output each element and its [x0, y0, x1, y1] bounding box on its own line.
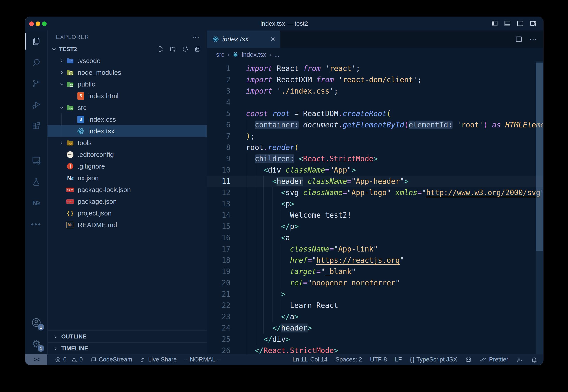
tree-item-readme[interactable]: M↓ README.md [48, 219, 207, 231]
toggle-secondary-sidebar-icon[interactable] [517, 20, 524, 27]
code-line[interactable]: 18 href="https://reactjs.org" [207, 255, 543, 266]
activity-more-icon[interactable]: ••• [25, 214, 47, 235]
code-line[interactable]: 11 <header className="App-header"> [207, 176, 543, 187]
tree-item-package-json[interactable]: npm package.json [48, 196, 207, 207]
html-file-icon: 5 [77, 92, 85, 100]
accounts-icon[interactable]: 1 [25, 312, 47, 333]
tree-item-gitignore[interactable]: .gitignore [48, 160, 207, 172]
toggle-panel-icon[interactable] [504, 20, 511, 27]
cursor-position-status[interactable]: Ln 11, Col 14 [292, 356, 328, 363]
line-content: </p> [231, 221, 543, 232]
code-line[interactable]: 5const root = ReactDOM.createRoot( [207, 108, 543, 119]
code-line[interactable]: 25 </div> [207, 334, 543, 345]
code-line[interactable]: 17 className="App-link" [207, 243, 543, 255]
file-name: .gitignore [78, 163, 105, 170]
code-line[interactable]: 6 container: document.getElementById(ele… [207, 119, 543, 130]
code-line[interactable]: 9 children: <React.StrictMode> [207, 153, 543, 164]
notifications-bell-icon[interactable] [531, 356, 538, 363]
close-tab-icon[interactable]: ✕ [270, 36, 275, 43]
react-icon [212, 36, 219, 43]
refresh-icon[interactable] [182, 46, 189, 52]
new-file-icon[interactable] [157, 46, 164, 52]
outline-section-header[interactable]: OUTLINE [48, 331, 207, 342]
indentation-status[interactable]: Spaces: 2 [335, 356, 362, 363]
line-number: 24 [207, 322, 231, 334]
tree-item-nx-json[interactable]: N≥ nx.json [48, 172, 207, 184]
editor-scrollbar[interactable] [536, 61, 543, 354]
timeline-section-header[interactable]: TIMELINE [48, 342, 207, 354]
title-bar[interactable]: index.tsx — test2 [25, 17, 543, 31]
breadcrumb-folder[interactable]: src [216, 51, 224, 58]
problems-status[interactable]: 0 0 [55, 356, 83, 363]
tree-item-src[interactable]: </> src [48, 102, 207, 113]
code-line[interactable]: 23 </a> [207, 311, 543, 322]
file-tree: .vscode JS node_modules public 5 index.h… [48, 55, 207, 231]
breadcrumb-file[interactable]: index.tsx [242, 51, 266, 58]
tab-label: index.tsx [222, 35, 248, 43]
code-line[interactable]: 3import './index.css'; [207, 85, 543, 97]
code-line[interactable]: 21 > [207, 288, 543, 300]
tree-item-editorconfig[interactable]: .editorconfig [48, 149, 207, 160]
activity-testing-icon[interactable] [25, 171, 47, 193]
workspace-section-header[interactable]: TEST2 [48, 43, 207, 55]
collapse-folders-icon[interactable] [194, 46, 201, 52]
vim-mode-status[interactable]: -- NORMAL -- [184, 356, 221, 363]
extension-face-icon[interactable] [465, 356, 472, 363]
tree-item-project-json[interactable]: { } project.json [48, 207, 207, 219]
code-line[interactable]: 14 Welcome test2! [207, 210, 543, 221]
code-line[interactable]: 7); [207, 130, 543, 142]
code-line[interactable]: 2import ReactDOM from 'react-dom/client'… [207, 74, 543, 85]
code-line[interactable]: 12 <svg className="App-logo" xmlns="http… [207, 187, 543, 198]
editor-group: index.tsx ✕ ⋯ src › index.tsx › ... 1imp… [207, 30, 543, 354]
code-line[interactable]: 15 </p> [207, 221, 543, 232]
tree-item-index-tsx[interactable]: index.tsx [48, 125, 207, 137]
code-line[interactable]: 10 <div className="App"> [207, 164, 543, 176]
breadcrumb-separator: › [227, 51, 229, 58]
activity-explorer-icon[interactable] [25, 30, 47, 52]
tree-item-index-css[interactable]: 3 index.css [48, 113, 207, 125]
code-line[interactable]: 20 rel="noopener noreferrer" [207, 277, 543, 288]
editor-more-actions-icon[interactable]: ⋯ [529, 35, 537, 44]
codestream-status[interactable]: CodeStream [90, 356, 132, 363]
activity-search-icon[interactable] [25, 52, 47, 73]
toggle-primary-sidebar-icon[interactable] [491, 20, 498, 27]
split-editor-icon[interactable] [515, 36, 522, 43]
code-line[interactable]: 13 <p> [207, 198, 543, 210]
tab-index-tsx[interactable]: index.tsx ✕ [207, 30, 280, 48]
file-name: index.html [88, 92, 119, 100]
prettier-status[interactable]: Prettier [480, 356, 508, 363]
activity-source-control-icon[interactable] [25, 73, 47, 94]
activity-extensions-icon[interactable] [25, 115, 47, 137]
customize-layout-icon[interactable] [529, 20, 537, 27]
settings-gear-icon[interactable]: ⚙ 1 [25, 333, 47, 354]
feedback-icon[interactable] [516, 356, 523, 363]
tree-item-node-modules[interactable]: JS node_modules [48, 67, 207, 78]
new-folder-icon[interactable] [170, 46, 176, 52]
explorer-more-icon[interactable]: ⋯ [192, 32, 200, 41]
code-line[interactable]: 1import React from 'react'; [207, 63, 543, 74]
encoding-status[interactable]: UTF-8 [370, 356, 387, 363]
code-line[interactable]: 26 </React.StrictMode> [207, 345, 543, 354]
code-line[interactable]: 22 Learn React [207, 300, 543, 311]
tree-item-vscode[interactable]: .vscode [48, 55, 207, 67]
tree-item-index-html[interactable]: 5 index.html [48, 90, 207, 102]
activity-run-debug-icon[interactable] [25, 94, 47, 115]
eol-status[interactable]: LF [395, 356, 402, 363]
code-line[interactable]: 8root.render( [207, 142, 543, 153]
breadcrumb-symbol[interactable]: ... [274, 51, 279, 58]
scrollbar-thumb[interactable] [536, 63, 543, 251]
code-line[interactable]: 16 <a [207, 232, 543, 243]
code-line[interactable]: 24 </header> [207, 322, 543, 334]
tree-item-public[interactable]: public [48, 78, 207, 90]
code-line[interactable]: 4 [207, 97, 543, 108]
activity-remote-explorer-icon[interactable] [25, 150, 47, 171]
activity-nx-console-icon[interactable]: N≥ [25, 193, 47, 214]
language-mode-status[interactable]: { } TypeScript JSX [410, 356, 457, 363]
vscode-window: index.tsx — test2 [25, 17, 543, 365]
live-share-status[interactable]: Live Share [140, 356, 177, 363]
tree-item-tools[interactable]: tools [48, 137, 207, 149]
code-line[interactable]: 19 target="_blank" [207, 266, 543, 277]
tree-item-package-lock[interactable]: npm package-lock.json [48, 184, 207, 196]
code-editor[interactable]: 1import React from 'react';2import React… [207, 61, 543, 354]
remote-indicator[interactable]: >< [25, 354, 47, 365]
